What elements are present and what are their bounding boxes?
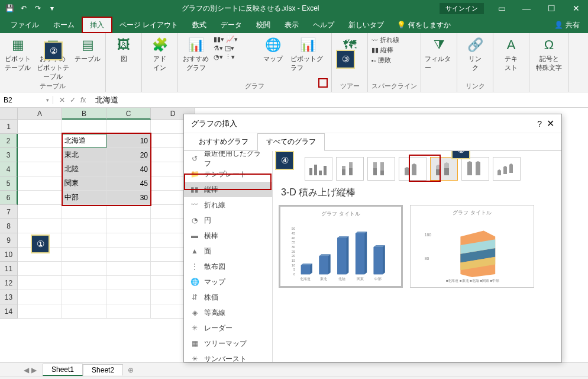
sheet-tab-1[interactable]: Sheet1: [43, 364, 83, 376]
tab-help[interactable]: ヘルプ: [306, 17, 341, 33]
dialog-tab-all[interactable]: すべてのグラフ: [257, 133, 325, 151]
chart-type-map[interactable]: 🌐マップ: [184, 274, 272, 290]
redo-icon[interactable]: ↷: [32, 2, 44, 14]
cell-c6[interactable]: 30: [106, 191, 151, 205]
col-header-c[interactable]: C: [106, 108, 151, 120]
cell-c3[interactable]: 20: [106, 148, 151, 162]
cell-b4[interactable]: 北陸: [62, 162, 106, 176]
combo-chart-icon[interactable]: ⚗▾: [214, 44, 223, 52]
subtype-100stacked-column[interactable]: [367, 157, 395, 181]
addins-button[interactable]: 🧩アド イン: [146, 36, 174, 72]
cells[interactable]: 北海道10 東北20 北陸40 関東45 中部30: [18, 120, 195, 319]
row-header[interactable]: 3: [0, 148, 18, 162]
tab-custom[interactable]: 新しいタブ: [341, 17, 391, 33]
ribbon-options-icon[interactable]: ▭: [490, 0, 513, 17]
tell-me[interactable]: 💡何をしますか: [391, 17, 457, 33]
preview-chart-1[interactable]: グラフ タイトル 05101520253035404550北海道東北北陸関東中部: [279, 205, 403, 288]
formula-input[interactable]: 北海道: [92, 95, 588, 105]
add-sheet-button[interactable]: ⊕: [123, 366, 138, 374]
chart-type-radar[interactable]: ✳レーダー: [184, 320, 272, 336]
row-header[interactable]: 2: [0, 134, 18, 148]
chevron-down-icon[interactable]: ▾: [46, 97, 49, 103]
row-header[interactable]: 10: [0, 248, 18, 262]
signin-button[interactable]: サインイン: [440, 3, 484, 14]
sheet-next-icon[interactable]: ▶: [31, 366, 37, 374]
row-header[interactable]: 4: [0, 162, 18, 176]
chart-type-treemap[interactable]: ▦ツリーマップ: [184, 336, 272, 351]
table-button[interactable]: ▤テーブル: [73, 36, 102, 63]
fx-icon[interactable]: fx: [80, 96, 86, 104]
subtype-3d-stacked[interactable]: [430, 157, 458, 181]
cell-b6[interactable]: 中部: [62, 191, 106, 205]
select-all-button[interactable]: [0, 108, 18, 120]
sparkline-column-button[interactable]: ▮▮縦棒: [371, 46, 407, 54]
map-button[interactable]: 🌐マップ: [259, 36, 287, 63]
tab-formulas[interactable]: 数式: [185, 17, 214, 33]
chart-type-area[interactable]: ▲面: [184, 243, 272, 259]
recommended-charts-button[interactable]: 📊おすすめ グラフ: [182, 36, 210, 72]
tab-file[interactable]: ファイル: [4, 17, 46, 33]
sheet-prev-icon[interactable]: ◀: [24, 366, 29, 374]
row-header[interactable]: 12: [0, 276, 18, 290]
row-header[interactable]: 7: [0, 205, 18, 219]
tab-insert[interactable]: 挿入: [82, 17, 112, 33]
qat-more-icon[interactable]: ▾: [46, 2, 58, 14]
cell-b5[interactable]: 関東: [62, 176, 106, 191]
subtype-3d-100stacked[interactable]: [461, 157, 489, 181]
save-icon[interactable]: 💾: [4, 2, 15, 14]
chart-type-surface[interactable]: ◈等高線: [184, 305, 272, 320]
share-button[interactable]: 👤共有: [546, 17, 588, 33]
row-header[interactable]: 13: [0, 290, 18, 304]
row-header[interactable]: 6: [0, 191, 18, 205]
cell-c4[interactable]: 40: [106, 162, 151, 176]
col-header-a[interactable]: A: [18, 108, 62, 120]
chart-type-scatter[interactable]: ⋮散布図: [184, 259, 272, 274]
symbols-button[interactable]: Ω記号と 特殊文字: [533, 36, 565, 72]
cell-c2[interactable]: 10: [106, 134, 151, 148]
sparkline-winloss-button[interactable]: ▪▫勝敗: [371, 56, 407, 65]
sparkline-line-button[interactable]: 〰折れ線: [371, 36, 407, 44]
chart-type-bar[interactable]: ▬横棒: [184, 228, 272, 243]
hierarchy-chart-icon[interactable]: ◳▾: [225, 44, 234, 52]
cell-c5[interactable]: 45: [106, 176, 151, 191]
col-header-b[interactable]: B: [62, 108, 106, 120]
row-header[interactable]: 11: [0, 262, 18, 276]
chart-type-sunburst[interactable]: ☀サンバースト: [184, 351, 272, 362]
chart-type-pie[interactable]: ◔円: [184, 213, 272, 228]
undo-icon[interactable]: ↶: [18, 2, 30, 14]
subtype-3d-column[interactable]: [493, 157, 521, 181]
chart-type-line[interactable]: 〰折れ線: [184, 197, 272, 213]
tab-home[interactable]: ホーム: [46, 17, 82, 33]
dialog-help-icon[interactable]: ?: [537, 119, 542, 129]
row-header[interactable]: 14: [0, 304, 18, 319]
link-button[interactable]: 🔗リン ク: [461, 36, 489, 72]
cell-b3[interactable]: 東北: [62, 148, 106, 162]
text-button[interactable]: Aテキ スト: [497, 36, 525, 72]
row-header[interactable]: 8: [0, 219, 18, 233]
dialog-close-icon[interactable]: ✕: [547, 118, 554, 129]
row-header[interactable]: 5: [0, 176, 18, 191]
chart-type-column[interactable]: ▮▮縦棒: [184, 182, 272, 197]
name-box[interactable]: B2▾: [0, 96, 53, 104]
subtype-clustered-column[interactable]: [305, 157, 332, 181]
close-icon[interactable]: ✕: [564, 0, 588, 17]
stats-chart-icon[interactable]: ⋮▾: [225, 53, 235, 61]
filter-button[interactable]: ⧩フィルター: [425, 36, 453, 72]
pivot-table-button[interactable]: ▦ピボット テーブル: [4, 36, 32, 72]
maximize-icon[interactable]: ☐: [539, 0, 563, 17]
sheet-tab-2[interactable]: Sheet2: [83, 364, 123, 375]
pivot-chart-button[interactable]: 📊ピボットグラフ: [290, 36, 325, 72]
chart-type-recent[interactable]: ↺最近使用したグラフ: [184, 151, 272, 166]
subtype-stacked-column[interactable]: [336, 157, 364, 181]
chart-type-stock[interactable]: ⇵株価: [184, 290, 272, 305]
chart-gallery[interactable]: ▮▮▾📈▾ ⚗▾◳▾ ◔▾⋮▾: [214, 36, 255, 61]
preview-chart-2[interactable]: グラフ タイトル 180 80 ■北海道 ■東北 ■北陸 ■関東 ■中部: [410, 205, 534, 288]
tab-view[interactable]: 表示: [277, 17, 306, 33]
pie-chart-icon[interactable]: ◔▾: [214, 53, 223, 61]
cancel-icon[interactable]: ✕: [59, 96, 65, 104]
line-chart-icon[interactable]: 📈▾: [226, 36, 238, 43]
cell-b2[interactable]: 北海道: [62, 134, 106, 148]
minimize-icon[interactable]: —: [515, 0, 538, 17]
subtype-3d-clustered[interactable]: [399, 157, 427, 181]
tab-review[interactable]: 校閲: [249, 17, 277, 33]
